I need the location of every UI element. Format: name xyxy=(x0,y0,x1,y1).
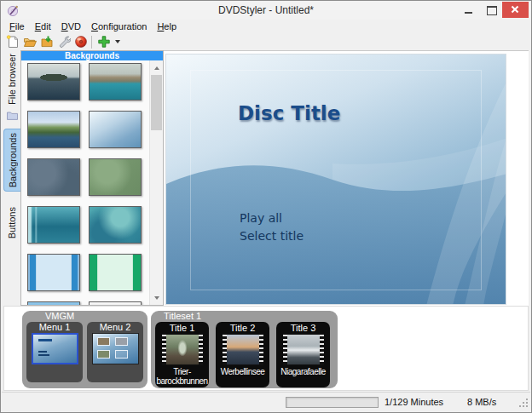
sidebar-tabstrip: File browser Backgrounds Buttons xyxy=(3,50,20,306)
window-controls xyxy=(458,2,529,18)
save-icon xyxy=(40,35,54,49)
scroll-up-icon[interactable] xyxy=(150,61,163,74)
titleset-browser: VMGM Menu 1 Menu 2 xyxy=(3,306,529,391)
background-thumb-gray-gradient[interactable] xyxy=(89,301,142,305)
title-2-label: Title 2 xyxy=(216,322,269,334)
tab-file-browser[interactable]: File browser xyxy=(3,54,20,129)
vmgm-row: Menu 1 Menu 2 xyxy=(22,322,147,382)
background-thumb-blue-bars[interactable] xyxy=(27,254,80,291)
tab-buttons-label: Buttons xyxy=(7,207,17,238)
burn-button[interactable] xyxy=(72,34,90,49)
main-area: File browser Backgrounds Buttons Backgro… xyxy=(3,50,529,306)
background-thumb-teal-streaks[interactable] xyxy=(27,206,80,244)
title-1-frame xyxy=(166,335,199,364)
titleset-label: Titleset 1 xyxy=(151,311,338,322)
app-window: DVDStyler - Untitled* File Edit DVD Conf… xyxy=(0,0,532,413)
backgrounds-grid xyxy=(21,60,149,305)
new-project-icon xyxy=(6,35,20,49)
title-3-frame xyxy=(287,335,320,364)
menu-2-item[interactable]: Menu 2 xyxy=(87,322,143,382)
background-thumb-slate-clouds[interactable] xyxy=(27,158,80,196)
menu-file[interactable]: File xyxy=(4,20,30,33)
titlebar: DVDStyler - Untitled* xyxy=(2,2,530,20)
backgrounds-panel: Backgrounds xyxy=(20,50,164,306)
title-3-item[interactable]: Title 3 Niagarafaelle xyxy=(276,322,330,387)
new-project-button[interactable] xyxy=(4,34,21,49)
menu-dvd[interactable]: DVD xyxy=(56,20,86,33)
add-file-button[interactable] xyxy=(95,34,113,49)
capacity-gauge xyxy=(286,397,379,408)
title-1-label: Title 1 xyxy=(155,322,209,334)
maximize-button[interactable] xyxy=(480,2,502,18)
menu-2-label: Menu 2 xyxy=(87,322,143,333)
title-1-filmstrip xyxy=(162,334,203,365)
burn-disc-icon xyxy=(74,35,88,49)
toolbar-separator xyxy=(91,36,92,49)
film-perforation xyxy=(259,335,263,364)
open-icon xyxy=(23,35,37,49)
folder-icon xyxy=(7,108,18,123)
select-title-button-object[interactable]: Select title xyxy=(240,229,304,243)
menu-2-thumbnail[interactable] xyxy=(92,333,139,364)
disc-title-object[interactable]: Disc Title xyxy=(238,102,340,124)
title-3-caption: Niagarafaelle xyxy=(276,367,330,376)
film-perforation xyxy=(199,335,203,364)
background-thumb-turquoise[interactable] xyxy=(89,206,142,244)
title-1-item[interactable]: Title 1 Trier-barockbrunnen xyxy=(155,322,209,387)
toolbar xyxy=(2,33,530,50)
statusbar: 1/129 Minutes 8 MB/s xyxy=(2,392,530,411)
background-thumb-green-clouds[interactable] xyxy=(89,158,142,196)
background-thumb-green-bars[interactable] xyxy=(89,254,142,291)
background-thumb-lake-aerial[interactable] xyxy=(27,111,80,148)
backgrounds-panel-header: Backgrounds xyxy=(21,51,163,60)
open-button[interactable] xyxy=(21,34,38,49)
film-perforation xyxy=(320,335,324,364)
background-thumb-blue-gradient[interactable] xyxy=(27,301,80,305)
minimize-button[interactable] xyxy=(458,2,480,18)
tab-buttons[interactable]: Buttons xyxy=(3,207,20,248)
title-1-caption: Trier-barockbrunnen xyxy=(155,367,209,386)
window-title: DVDStyler - Untitled* xyxy=(2,2,530,20)
menu-editor: Disc Title Play all Select title xyxy=(164,50,529,306)
title-2-item[interactable]: Title 2 Werbellinsee xyxy=(216,322,269,387)
scrollbar-thumb[interactable] xyxy=(151,75,162,130)
add-dropdown-caret[interactable] xyxy=(115,40,120,43)
close-button[interactable] xyxy=(502,2,529,18)
menubar: File Edit DVD Configuration Help xyxy=(2,20,530,33)
status-minutes: 1/129 Minutes xyxy=(385,393,443,411)
backgrounds-scrollbar[interactable] xyxy=(149,60,163,305)
menu-1-item[interactable]: Menu 1 xyxy=(26,322,83,382)
titleset-group: Titleset 1 Title 1 Trier-barockbrunnen T… xyxy=(151,311,338,388)
menu-1-label: Menu 1 xyxy=(26,322,83,333)
title-3-label: Title 3 xyxy=(276,322,330,334)
menu-1-thumbnail[interactable] xyxy=(32,333,78,364)
tab-backgrounds-label: Backgrounds xyxy=(8,133,18,187)
background-thumb-blue-wave[interactable] xyxy=(89,111,142,148)
save-button[interactable] xyxy=(38,34,55,49)
tab-file-browser-label: File browser xyxy=(7,54,17,105)
vmgm-label: VMGM xyxy=(22,311,147,322)
vmgm-group: VMGM Menu 1 Menu 2 xyxy=(22,311,147,388)
backgrounds-list xyxy=(21,60,163,305)
titleset-row: Title 1 Trier-barockbrunnen Title 2 xyxy=(151,322,338,387)
title-2-filmstrip xyxy=(223,334,263,365)
add-file-icon xyxy=(97,35,111,49)
title-2-frame xyxy=(227,335,259,364)
settings-button[interactable] xyxy=(55,34,72,49)
title-2-caption: Werbellinsee xyxy=(216,367,269,376)
background-thumb-boat-lake[interactable] xyxy=(89,63,142,100)
menu-configuration[interactable]: Configuration xyxy=(86,20,152,33)
menu-help[interactable]: Help xyxy=(152,20,182,33)
background-thumb-sea-island[interactable] xyxy=(27,63,80,100)
menu-edit[interactable]: Edit xyxy=(30,20,56,33)
tab-backgrounds[interactable]: Backgrounds xyxy=(3,129,20,192)
status-speed: 8 MB/s xyxy=(467,393,496,411)
resize-grip[interactable] xyxy=(518,399,528,409)
title-3-filmstrip xyxy=(283,334,324,365)
play-all-button-object[interactable]: Play all xyxy=(240,211,282,225)
scroll-down-icon[interactable] xyxy=(150,291,163,304)
menu-canvas[interactable]: Disc Title Play all Select title xyxy=(165,54,506,305)
settings-wrench-icon xyxy=(57,35,71,49)
